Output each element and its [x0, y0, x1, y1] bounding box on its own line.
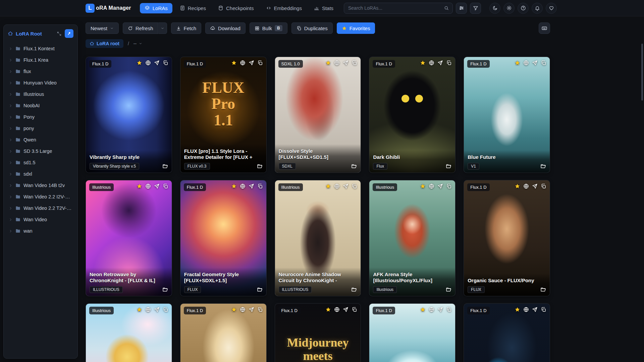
chevron-right-icon[interactable] — [9, 104, 12, 108]
open-folder-icon[interactable] — [257, 164, 263, 169]
copy-icon[interactable] — [257, 60, 263, 66]
copy-icon[interactable] — [163, 60, 168, 66]
favorites-filter-button[interactable]: Favorites — [337, 22, 375, 34]
chevron-right-icon[interactable] — [9, 127, 12, 130]
sidebar-folder-item[interactable]: Wan Video — [7, 214, 74, 225]
copy-icon[interactable] — [541, 183, 546, 189]
sidebar-folder-item[interactable]: Wan Video 2.2 I2V-A14B — [7, 191, 74, 202]
filter-funnel-button[interactable] — [470, 3, 481, 14]
theme-toggle-button[interactable] — [489, 3, 500, 14]
send-icon[interactable] — [343, 183, 348, 189]
search-input[interactable] — [344, 5, 452, 11]
globe-icon[interactable] — [240, 60, 246, 66]
lora-card[interactable]: Illustrious AFK Arena Style [Illustrious… — [369, 180, 455, 296]
send-icon[interactable] — [437, 183, 443, 189]
globe-icon[interactable] — [523, 183, 529, 189]
send-icon[interactable] — [343, 60, 348, 66]
globe-icon[interactable] — [145, 307, 151, 312]
copy-icon[interactable] — [541, 60, 546, 66]
lora-card[interactable]: Flux.1 D Fractal Geometry Style [FLUX+SD… — [180, 180, 267, 296]
open-folder-icon[interactable] — [446, 164, 451, 169]
favorite-star-icon[interactable] — [420, 60, 426, 66]
send-icon[interactable] — [154, 60, 160, 66]
send-icon[interactable] — [154, 183, 160, 189]
favorite-star-icon[interactable] — [137, 307, 142, 312]
lora-card[interactable]: Flux.1 D — [464, 303, 550, 362]
nav-tab-recipes[interactable]: Recipes — [175, 3, 211, 13]
send-icon[interactable] — [249, 60, 254, 66]
send-icon[interactable] — [249, 183, 254, 189]
bulk-button[interactable]: Bulk B — [250, 22, 287, 34]
copy-icon[interactable] — [163, 307, 168, 312]
nav-tab-checkpoints[interactable]: Checkpoints — [213, 3, 259, 13]
filter-sliders-button[interactable] — [456, 3, 467, 14]
globe-icon[interactable] — [334, 307, 340, 312]
chevron-right-icon[interactable] — [9, 138, 12, 142]
nav-tab-embeddings[interactable]: Embeddings — [261, 3, 307, 13]
duplicates-button[interactable]: Duplicates — [291, 22, 333, 34]
copy-icon[interactable] — [352, 307, 357, 312]
send-icon[interactable] — [437, 307, 443, 312]
chevron-right-icon[interactable] — [9, 161, 12, 165]
sidebar-folder-item[interactable]: Pony — [7, 111, 74, 123]
globe-icon[interactable] — [523, 307, 529, 312]
globe-icon[interactable] — [429, 307, 434, 312]
send-icon[interactable] — [249, 307, 254, 312]
copy-icon[interactable] — [446, 183, 452, 189]
globe-icon[interactable] — [145, 60, 151, 66]
send-icon[interactable] — [154, 307, 160, 312]
sidebar-folder-item[interactable]: Flux.1 Krea — [7, 54, 74, 66]
sidebar-folder-item[interactable]: Wan Video 14B t2v — [7, 180, 74, 191]
send-icon[interactable] — [532, 307, 538, 312]
favorite-star-icon[interactable] — [515, 183, 520, 189]
chevron-right-icon[interactable] — [9, 115, 12, 119]
fetch-button[interactable]: Fetch — [171, 22, 202, 34]
chevron-right-icon[interactable] — [9, 184, 12, 187]
pin-sidebar-button[interactable] — [65, 29, 73, 38]
favorite-star-icon[interactable] — [231, 183, 237, 189]
open-folder-icon[interactable] — [540, 164, 546, 169]
chevron-right-icon[interactable] — [9, 206, 12, 210]
favorite-star-icon[interactable] — [420, 307, 426, 312]
favorite-star-icon[interactable] — [137, 183, 142, 189]
chevron-right-icon[interactable] — [9, 47, 12, 51]
sidebar-folder-item[interactable]: sd1.5 — [7, 157, 74, 168]
lora-card[interactable]: Illustrious — [86, 303, 172, 362]
globe-icon[interactable] — [523, 60, 529, 66]
search-icon[interactable] — [444, 5, 449, 11]
lora-card[interactable]: FLUX Pro 1.1 Flux.1 D FLUX [pro] 1.1 Sty… — [180, 57, 267, 173]
lora-card[interactable]: SDXL 1.0 Dissolve Style [FLUX+SDXL+SD1.5… — [275, 57, 361, 173]
chevron-right-icon[interactable] — [9, 229, 12, 233]
copy-icon[interactable] — [446, 60, 452, 66]
sidebar-folder-item[interactable]: wan — [7, 225, 74, 237]
sidebar-folder-item[interactable]: NoobAI — [7, 100, 74, 111]
favorites-toggle-button[interactable] — [546, 3, 557, 14]
sidebar-folder-item[interactable]: Wan Video 2.2 T2V-A14B — [7, 202, 74, 214]
globe-icon[interactable] — [145, 183, 151, 189]
chevron-right-icon[interactable] — [9, 58, 12, 62]
chevron-right-icon[interactable] — [9, 195, 12, 199]
refresh-button[interactable]: Refresh — [123, 22, 158, 34]
sidebar-folder-item[interactable]: flux — [7, 66, 74, 77]
favorite-star-icon[interactable] — [325, 183, 331, 189]
copy-icon[interactable] — [257, 307, 263, 312]
help-button[interactable] — [518, 3, 529, 14]
copy-icon[interactable] — [352, 183, 357, 189]
lora-card[interactable]: Flux.1 D Organic Sauce - FLUX/Pony FLUX — [464, 180, 550, 296]
favorite-star-icon[interactable] — [231, 60, 237, 66]
copy-icon[interactable] — [257, 183, 263, 189]
notifications-button[interactable] — [532, 3, 543, 14]
open-folder-icon[interactable] — [162, 287, 168, 293]
sidebar-root-item[interactable]: LoRA Root — [8, 31, 42, 37]
lora-card[interactable]: Illustrious Neurocore Anime Shadow Circu… — [275, 180, 361, 296]
globe-icon[interactable] — [240, 307, 246, 312]
favorite-star-icon[interactable] — [231, 307, 237, 312]
sidebar-folder-item[interactable]: SD 3.5 Large — [7, 145, 74, 157]
chevron-right-icon[interactable] — [9, 172, 12, 176]
lora-card[interactable]: Flux.1 D — [180, 303, 267, 362]
favorite-star-icon[interactable] — [420, 183, 426, 189]
sidebar-folder-item[interactable]: sdxl — [7, 168, 74, 180]
chevron-right-icon[interactable] — [9, 93, 12, 96]
sidebar-folder-item[interactable]: Qwen — [7, 134, 74, 145]
nav-tab-stats[interactable]: Stats — [309, 3, 338, 13]
